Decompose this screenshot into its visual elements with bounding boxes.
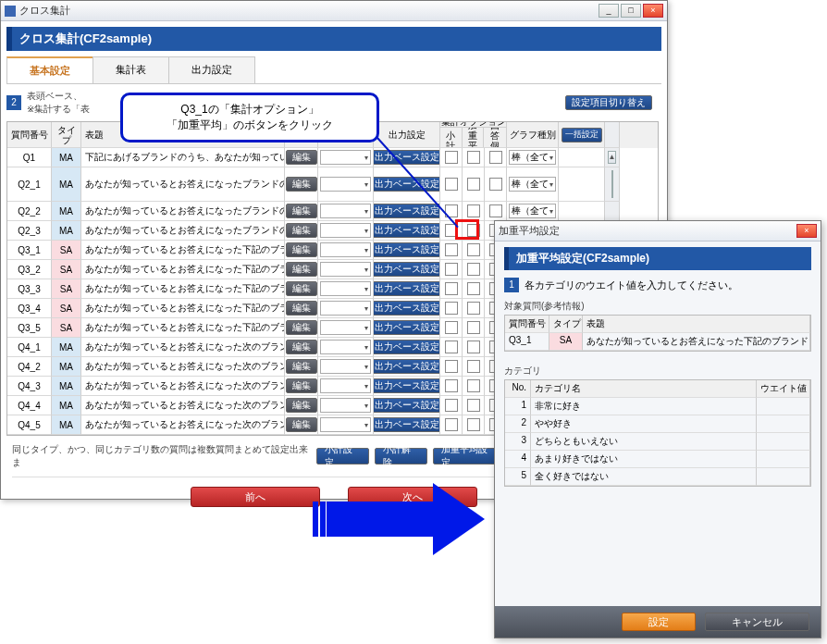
main-titlebar[interactable]: クロス集計 _ □ × (1, 1, 667, 21)
anscount-checkbox[interactable] (489, 204, 502, 217)
dialog-ok-button[interactable]: 設定 (622, 613, 696, 631)
cat-weight-input[interactable] (757, 398, 810, 415)
dialog-titlebar[interactable]: 加重平均設定 × (495, 221, 821, 242)
output-base-button[interactable]: 出力ベース設定 (374, 281, 440, 296)
output-base-button[interactable]: 出力ベース設定 (374, 150, 440, 165)
wavg-checkbox[interactable] (467, 321, 480, 334)
subtotal-checkbox[interactable] (445, 321, 458, 334)
wavg-checkbox[interactable] (467, 418, 480, 431)
edit-button[interactable]: 編集 (286, 359, 317, 374)
tab-table[interactable]: 集計表 (93, 56, 169, 83)
select-dropdown[interactable]: ▾ (320, 378, 371, 393)
output-base-button[interactable]: 出力ベース設定 (374, 340, 440, 354)
wavg-checkbox[interactable] (467, 282, 480, 295)
subtotal-set-button[interactable]: 小計設定 (316, 448, 369, 464)
edit-button[interactable]: 編集 (286, 262, 317, 277)
graph-dropdown[interactable]: 棒（全て▾ (509, 177, 556, 192)
select-dropdown[interactable]: ▾ (320, 262, 371, 277)
wavg-checkbox[interactable] (467, 302, 480, 315)
graph-dropdown[interactable]: 棒（全て▾ (509, 204, 556, 218)
wavg-checkbox[interactable] (467, 243, 480, 256)
edit-button[interactable]: 編集 (286, 398, 317, 413)
output-base-button[interactable]: 出力ベース設定 (374, 398, 440, 413)
output-base-button[interactable]: 出力ベース設定 (374, 223, 440, 238)
maximize-button[interactable]: □ (621, 4, 641, 18)
select-dropdown[interactable]: ▾ (320, 359, 371, 374)
select-dropdown[interactable]: ▾ (320, 301, 371, 316)
tab-output[interactable]: 出力設定 (168, 56, 255, 83)
edit-button[interactable]: 編集 (286, 320, 317, 335)
wavg-checkbox[interactable] (467, 341, 480, 353)
select-dropdown[interactable]: ▾ (320, 204, 371, 218)
select-dropdown[interactable]: ▾ (320, 150, 371, 165)
anscount-checkbox[interactable] (489, 178, 502, 191)
edit-button[interactable]: 編集 (286, 417, 317, 432)
subtotal-checkbox[interactable] (445, 399, 458, 412)
wavg-checkbox[interactable] (467, 399, 480, 412)
edit-button[interactable]: 編集 (286, 177, 317, 192)
select-dropdown[interactable]: ▾ (320, 340, 371, 354)
wavg-checkbox[interactable] (467, 204, 480, 217)
select-dropdown[interactable]: ▾ (320, 177, 371, 192)
select-dropdown[interactable]: ▾ (320, 242, 371, 257)
swap-columns-button[interactable]: 設定項目切り替え (565, 95, 652, 110)
subtotal-checkbox[interactable] (445, 418, 458, 431)
wavg-checkbox[interactable] (467, 360, 480, 373)
cat-weight-input[interactable] (757, 468, 810, 486)
output-base-button[interactable]: 出力ベース設定 (374, 359, 440, 374)
edit-button[interactable]: 編集 (286, 204, 317, 218)
graph-dropdown[interactable]: 棒（全て▾ (509, 150, 556, 165)
output-base-button[interactable]: 出力ベース設定 (374, 177, 440, 192)
cat-weight-input[interactable] (757, 433, 810, 451)
wavg-checkbox[interactable] (467, 178, 480, 191)
output-base-button[interactable]: 出力ベース設定 (374, 378, 440, 393)
output-base-button[interactable]: 出力ベース設定 (374, 301, 440, 316)
subtotal-checkbox[interactable] (445, 243, 458, 256)
prev-button[interactable]: 前へ (191, 487, 320, 507)
dialog-window-title: 加重平均設定 (499, 224, 796, 238)
batch-set-button[interactable]: 一括設定 (562, 128, 602, 142)
edit-button[interactable]: 編集 (286, 340, 317, 354)
select-dropdown[interactable]: ▾ (320, 320, 371, 335)
subtotal-checkbox[interactable] (445, 282, 458, 295)
subtotal-checkbox[interactable] (445, 302, 458, 315)
dialog-cancel-button[interactable]: キャンセル (705, 613, 809, 631)
wavg-checkbox[interactable] (467, 379, 480, 392)
subtotal-checkbox[interactable] (445, 360, 458, 373)
subtotal-checkbox[interactable] (445, 341, 458, 353)
dialog-close-button[interactable]: × (796, 224, 817, 238)
edit-button[interactable]: 編集 (286, 150, 317, 165)
select-dropdown[interactable]: ▾ (320, 417, 371, 432)
edit-button[interactable]: 編集 (286, 223, 317, 238)
wavg-set-button[interactable]: 加重平均設定 (433, 448, 503, 464)
tab-basic[interactable]: 基本設定 (6, 56, 93, 83)
edit-button[interactable]: 編集 (286, 281, 317, 296)
select-dropdown[interactable]: ▾ (320, 281, 371, 296)
subtotal-checkbox[interactable] (445, 151, 458, 164)
scroll-up-icon[interactable]: ▲ (608, 151, 617, 164)
output-base-button[interactable]: 出力ベース設定 (374, 262, 440, 277)
subtotal-checkbox[interactable] (445, 263, 458, 276)
wavg-checkbox[interactable] (467, 263, 480, 276)
output-base-button[interactable]: 出力ベース設定 (374, 242, 440, 257)
subtotal-checkbox[interactable] (445, 178, 458, 191)
output-base-button[interactable]: 出力ベース設定 (374, 417, 440, 432)
cat-weight-input[interactable] (757, 451, 810, 468)
edit-button[interactable]: 編集 (286, 301, 317, 316)
select-dropdown[interactable]: ▾ (320, 398, 371, 413)
cat-weight-input[interactable] (757, 415, 810, 433)
output-base-button[interactable]: 出力ベース設定 (374, 204, 440, 218)
wavg-checkbox[interactable] (467, 151, 480, 164)
output-base-button[interactable]: 出力ベース設定 (374, 320, 440, 335)
chevron-down-icon: ▾ (364, 343, 368, 352)
scroll-thumb[interactable] (611, 170, 613, 198)
close-button[interactable]: × (643, 4, 663, 18)
edit-button[interactable]: 編集 (286, 242, 317, 257)
minimize-button[interactable]: _ (599, 4, 619, 18)
select-dropdown[interactable]: ▾ (320, 223, 371, 238)
subtotal-checkbox[interactable] (445, 379, 458, 392)
edit-button[interactable]: 編集 (286, 378, 317, 393)
subtotal-clear-button[interactable]: 小計解除 (375, 448, 427, 464)
cell-title: あなたが知っているとお答えになったブランドの中で、 (81, 202, 285, 221)
anscount-checkbox[interactable] (489, 151, 502, 164)
